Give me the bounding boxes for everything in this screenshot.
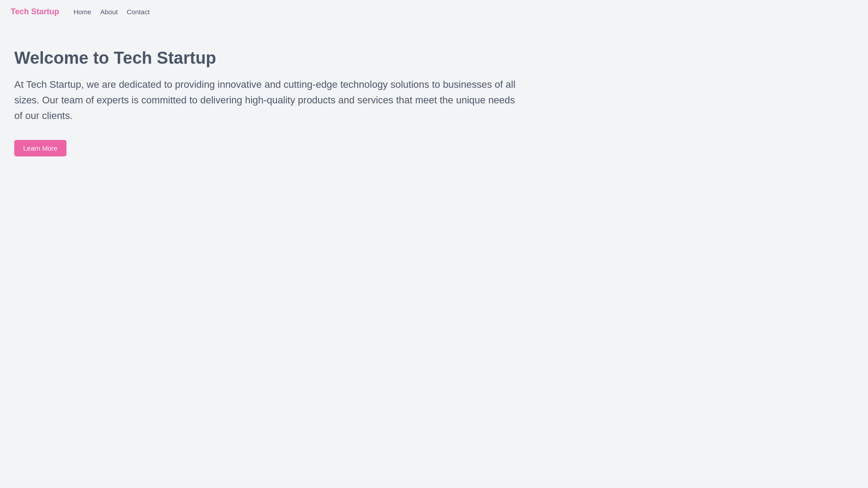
hero-title: Welcome to Tech Startup bbox=[14, 49, 521, 68]
nav-item-contact[interactable]: Contact bbox=[127, 8, 150, 16]
nav-links: Home About Contact bbox=[74, 8, 150, 16]
learn-more-button[interactable]: Learn More bbox=[14, 140, 66, 156]
nav-link-contact[interactable]: Contact bbox=[127, 8, 150, 16]
main-content: Welcome to Tech Startup At Tech Startup,… bbox=[0, 24, 535, 171]
nav-brand: Tech Startup bbox=[11, 7, 59, 16]
hero-description: At Tech Startup, we are dedicated to pro… bbox=[14, 77, 521, 124]
nav-link-home[interactable]: Home bbox=[74, 8, 91, 16]
nav-link-about[interactable]: About bbox=[100, 8, 118, 16]
nav-item-about[interactable]: About bbox=[100, 8, 118, 16]
navbar: Tech Startup Home About Contact bbox=[0, 0, 868, 24]
nav-item-home[interactable]: Home bbox=[74, 8, 91, 16]
